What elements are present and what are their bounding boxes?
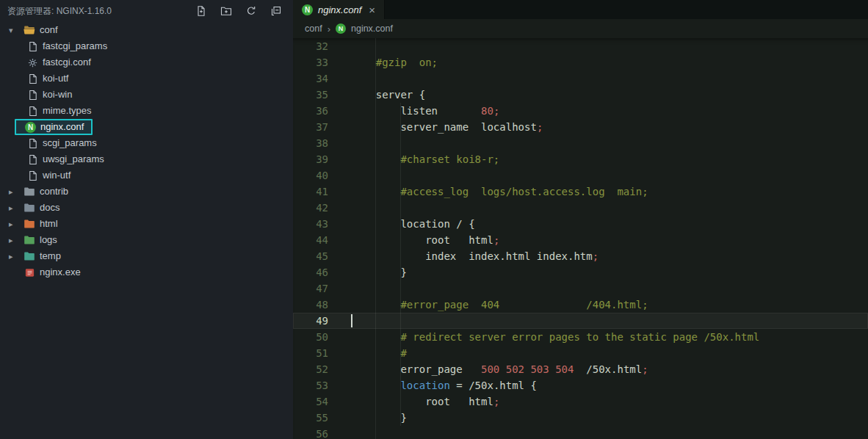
code-line-46[interactable]: 46 } <box>293 264 868 280</box>
new-file-icon <box>195 5 207 17</box>
code-line-47[interactable]: 47 <box>293 280 868 297</box>
folder-icon <box>23 186 35 197</box>
item-box: koi-win <box>25 87 79 103</box>
nginx-icon: N <box>336 23 346 34</box>
editor[interactable]: 3233 #gzip on;3435 server {36 listen 80;… <box>293 38 868 439</box>
code-line-56[interactable]: 56 <box>293 426 868 439</box>
code-line-49[interactable]: 49 <box>293 313 868 329</box>
code-text <box>328 426 868 439</box>
refresh-icon <box>245 5 257 17</box>
code-text: index index.html index.htm; <box>328 248 868 264</box>
new-folder-button[interactable] <box>220 4 233 18</box>
tab-nginx-conf[interactable]: N nginx.conf × <box>293 0 385 19</box>
code-line-48[interactable]: 48 #error_page 404 /404.html; <box>293 297 868 313</box>
code-line-34[interactable]: 34 <box>293 70 868 87</box>
line-number: 54 <box>293 393 328 410</box>
code-line-37[interactable]: 37 server_name localhost; <box>293 119 868 135</box>
code-line-44[interactable]: 44 root html; <box>293 232 868 248</box>
line-number: 34 <box>293 70 328 87</box>
close-icon[interactable]: × <box>369 4 375 15</box>
tree-item-logs[interactable]: ▸logs <box>0 232 293 248</box>
file-icon <box>26 89 38 101</box>
tree-item-html[interactable]: ▸html <box>0 216 293 232</box>
code-line-51[interactable]: 51 # <box>293 345 868 361</box>
breadcrumb-item-conf[interactable]: conf <box>305 23 322 34</box>
code-text <box>328 200 868 216</box>
code-line-54[interactable]: 54 root html; <box>293 393 868 410</box>
code-line-40[interactable]: 40 <box>293 167 868 184</box>
line-number: 50 <box>293 329 328 345</box>
breadcrumb-item-nginx-conf[interactable]: nginx.conf <box>351 23 393 34</box>
code-line-38[interactable]: 38 <box>293 135 868 151</box>
tree-item-contrib[interactable]: ▸contrib <box>0 184 293 200</box>
tree-item-uwsgi-params[interactable]: uwsgi_params <box>0 151 293 167</box>
code-text: #access_log logs/host.access.log main; <box>328 184 868 200</box>
code-line-33[interactable]: 33 #gzip on; <box>293 54 868 70</box>
code-line-45[interactable]: 45 index index.html index.htm; <box>293 248 868 264</box>
code-line-50[interactable]: 50 # redirect server error pages to the … <box>293 329 868 345</box>
folder-icon <box>23 234 35 246</box>
folder-icon <box>23 250 35 262</box>
line-number: 45 <box>293 248 328 264</box>
code-text: error_page 500 502 503 504 /50x.html; <box>328 361 868 377</box>
tree-item-fastcgi-params[interactable]: fastcgi_params <box>0 38 293 54</box>
code-line-39[interactable]: 39 #charset koi8-r; <box>293 151 868 167</box>
code-line-55[interactable]: 55 } <box>293 410 868 426</box>
chevron-down-icon: ▾ <box>9 26 22 35</box>
tree-item-label: contrib <box>40 184 68 200</box>
folder-icon <box>23 218 35 230</box>
explorer-sidebar: 资源管理器: NGINX-1.16.0 ▾conffastcgi_paramsf… <box>0 0 293 439</box>
line-number: 46 <box>293 264 328 280</box>
code-line-53[interactable]: 53 location = /50x.html { <box>293 377 868 393</box>
code-text: # <box>328 345 868 361</box>
code-line-36[interactable]: 36 listen 80; <box>293 103 868 119</box>
item-box: koi-utf <box>25 70 76 87</box>
collapse-all-button[interactable] <box>270 4 283 18</box>
code-text <box>328 135 868 151</box>
tree-item-koi-utf[interactable]: koi-utf <box>0 70 293 87</box>
line-number: 42 <box>293 200 328 216</box>
code-text: } <box>328 264 868 280</box>
tree-item-mime-types[interactable]: mime.types <box>0 103 293 119</box>
code-text <box>328 70 868 87</box>
tree-item-label: docs <box>40 200 59 216</box>
code-line-42[interactable]: 42 <box>293 200 868 216</box>
new-file-button[interactable] <box>195 4 208 18</box>
item-box: conf <box>22 22 65 38</box>
folder-icon <box>23 202 35 214</box>
line-number: 37 <box>293 119 328 135</box>
tree-item-docs[interactable]: ▸docs <box>0 200 293 216</box>
tree-item-label: uwsgi_params <box>43 151 104 167</box>
tree-item-label: logs <box>40 232 57 248</box>
chevron-right-icon: ▸ <box>9 220 22 229</box>
tree-item-scgi-params[interactable]: scgi_params <box>0 135 293 151</box>
code-line-35[interactable]: 35 server { <box>293 87 868 103</box>
tree-item-nginx-exe[interactable]: nginx.exe <box>0 264 293 280</box>
tree-item-label: conf <box>40 22 58 38</box>
tree-item-koi-win[interactable]: koi-win <box>0 87 293 103</box>
tree-item-win-utf[interactable]: win-utf <box>0 167 293 184</box>
breadcrumb-separator-icon: › <box>328 23 330 35</box>
line-number: 38 <box>293 135 328 151</box>
code-line-41[interactable]: 41 #access_log logs/host.access.log main… <box>293 184 868 200</box>
code-text: #gzip on; <box>328 54 868 70</box>
code-text <box>328 313 868 329</box>
nginx-icon: N <box>302 4 313 15</box>
tree-item-label: fastcgi.conf <box>43 54 91 70</box>
tree-item-fastcgi-conf[interactable]: fastcgi.conf <box>0 54 293 70</box>
tree-item-temp[interactable]: ▸temp <box>0 248 293 264</box>
chevron-right-icon: ▸ <box>9 252 22 261</box>
tree-item-label: koi-utf <box>43 70 68 87</box>
code-line-43[interactable]: 43 location / { <box>293 216 868 232</box>
file-icon <box>26 153 38 165</box>
tree-item-nginx-conf[interactable]: Nnginx.conf <box>0 119 293 135</box>
code-line-32[interactable]: 32 <box>293 38 868 54</box>
item-box: contrib <box>22 184 76 200</box>
file-icon <box>26 73 38 84</box>
item-box: mime.types <box>25 103 98 119</box>
tree-item-conf[interactable]: ▾conf <box>0 22 293 38</box>
code-line-52[interactable]: 52 error_page 500 502 503 504 /50x.html; <box>293 361 868 377</box>
tree-item-label: nginx.conf <box>40 119 84 135</box>
refresh-button[interactable] <box>245 4 258 18</box>
code-text: root html; <box>328 232 868 248</box>
